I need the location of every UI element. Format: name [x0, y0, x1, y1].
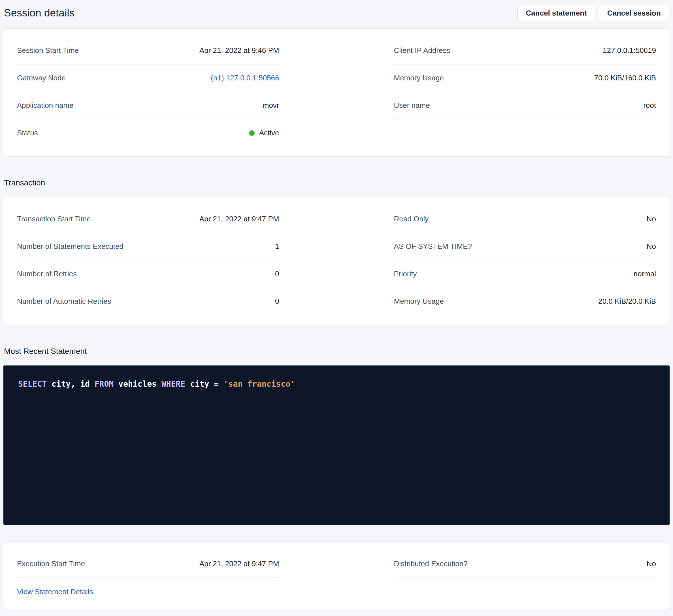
- status-label: Status: [17, 128, 38, 137]
- transaction-start-time-value: Apr 21, 2022 at 9:47 PM: [199, 215, 279, 223]
- statements-executed-value: 1: [275, 242, 279, 251]
- execution-left-column: Execution Start Time Apr 21, 2022 at 9:4…: [17, 550, 279, 596]
- sql-string-literal: 'san francisco': [223, 379, 295, 389]
- session-summary-left-column: Session Start Time Apr 21, 2022 at 9:46 …: [17, 37, 279, 146]
- user-name-label: User name: [394, 101, 430, 110]
- number-of-retries-row: Number of Retries 0: [17, 260, 279, 288]
- sql-table: vehicles: [114, 379, 162, 389]
- transaction-memory-usage-value: 20.0 KiB/20.0 KiB: [598, 297, 656, 306]
- session-summary-card: Session Start Time Apr 21, 2022 at 9:46 …: [3, 29, 670, 156]
- distributed-execution-value: No: [647, 559, 656, 568]
- status-value: Active: [249, 128, 279, 137]
- execution-start-time-label: Execution Start Time: [17, 559, 85, 568]
- read-only-value: No: [647, 215, 656, 223]
- as-of-system-time-label: AS OF SYSTEM TIME?: [394, 242, 472, 251]
- statements-executed-row: Number of Statements Executed 1: [17, 233, 279, 260]
- session-memory-usage-row: Memory Usage 70.0 KiB/160.0 KiB: [394, 64, 656, 92]
- execution-start-time-value: Apr 21, 2022 at 9:47 PM: [199, 559, 279, 568]
- as-of-system-time-row: AS OF SYSTEM TIME? No: [394, 233, 656, 260]
- transaction-card: Transaction Start Time Apr 21, 2022 at 9…: [3, 197, 670, 325]
- number-of-retries-value: 0: [275, 270, 279, 278]
- execution-right-column: Distributed Execution? No: [394, 550, 656, 596]
- page-header: Session details Cancel statement Cancel …: [0, 0, 673, 29]
- transaction-memory-usage-label: Memory Usage: [394, 297, 444, 306]
- gateway-node-link[interactable]: (n1) 127.0.0.1:50566: [211, 74, 279, 82]
- session-start-time-value: Apr 21, 2022 at 9:46 PM: [199, 46, 279, 55]
- automatic-retries-value: 0: [275, 297, 279, 306]
- client-ip-value: 127.0.0.1:50619: [603, 46, 656, 55]
- priority-value: normal: [634, 270, 656, 278]
- execution-card: Execution Start Time Apr 21, 2022 at 9:4…: [3, 543, 670, 609]
- distributed-execution-row: Distributed Execution? No: [394, 550, 656, 578]
- priority-row: Priority normal: [394, 260, 656, 288]
- read-only-label: Read Only: [394, 215, 429, 223]
- view-statement-details-link[interactable]: View Statement Details: [17, 587, 93, 596]
- sql-columns: city, id: [47, 379, 94, 389]
- transaction-start-time-row: Transaction Start Time Apr 21, 2022 at 9…: [17, 206, 279, 233]
- statements-executed-label: Number of Statements Executed: [17, 242, 124, 251]
- cancel-session-button[interactable]: Cancel session: [599, 5, 669, 21]
- client-ip-row: Client IP Address 127.0.0.1:50619: [394, 37, 656, 64]
- automatic-retries-row: Number of Automatic Retries 0: [17, 288, 279, 315]
- number-of-retries-label: Number of Retries: [17, 270, 77, 278]
- sql-statement: SELECT city, id FROM vehicles WHERE city…: [18, 378, 655, 389]
- client-ip-label: Client IP Address: [394, 46, 450, 55]
- user-name-value: root: [643, 101, 656, 110]
- sql-keyword-where: WHERE: [162, 379, 185, 389]
- session-summary-right-column: Client IP Address 127.0.0.1:50619 Memory…: [394, 37, 656, 146]
- sql-keyword-from: FROM: [94, 379, 114, 389]
- session-start-time-row: Session Start Time Apr 21, 2022 at 9:46 …: [17, 37, 279, 64]
- page-title: Session details: [4, 7, 74, 19]
- status-text: Active: [259, 128, 279, 137]
- user-name-row: User name root: [394, 92, 656, 119]
- session-start-time-label: Session Start Time: [17, 46, 79, 55]
- transaction-start-time-label: Transaction Start Time: [17, 215, 91, 223]
- transaction-memory-usage-row: Memory Usage 20.0 KiB/20.0 KiB: [394, 288, 656, 315]
- distributed-execution-label: Distributed Execution?: [394, 559, 468, 568]
- header-actions: Cancel statement Cancel session: [517, 5, 669, 21]
- sql-keyword-select: SELECT: [18, 379, 47, 389]
- most-recent-statement-heading: Most Recent Statement: [4, 347, 669, 356]
- sql-condition: city =: [185, 379, 223, 389]
- transaction-right-column: Read Only No AS OF SYSTEM TIME? No Prior…: [394, 206, 656, 315]
- status-row: Status Active: [17, 119, 279, 146]
- cancel-statement-button[interactable]: Cancel statement: [517, 5, 595, 21]
- read-only-row: Read Only No: [394, 206, 656, 233]
- as-of-system-time-value: No: [647, 242, 656, 251]
- active-status-dot-icon: [249, 130, 255, 136]
- application-name-label: Application name: [17, 101, 73, 110]
- transaction-heading: Transaction: [4, 178, 669, 188]
- application-name-row: Application name movr: [17, 92, 279, 119]
- application-name-value: movr: [263, 101, 279, 110]
- priority-label: Priority: [394, 270, 417, 278]
- gateway-node-label: Gateway Node: [17, 74, 66, 82]
- execution-start-time-row: Execution Start Time Apr 21, 2022 at 9:4…: [17, 550, 279, 578]
- sql-statement-box: SELECT city, id FROM vehicles WHERE city…: [3, 365, 670, 525]
- automatic-retries-label: Number of Automatic Retries: [17, 297, 111, 306]
- session-memory-usage-label: Memory Usage: [394, 74, 444, 82]
- gateway-node-row: Gateway Node (n1) 127.0.0.1:50566: [17, 64, 279, 92]
- transaction-left-column: Transaction Start Time Apr 21, 2022 at 9…: [17, 206, 279, 315]
- session-memory-usage-value: 70.0 KiB/160.0 KiB: [594, 74, 656, 82]
